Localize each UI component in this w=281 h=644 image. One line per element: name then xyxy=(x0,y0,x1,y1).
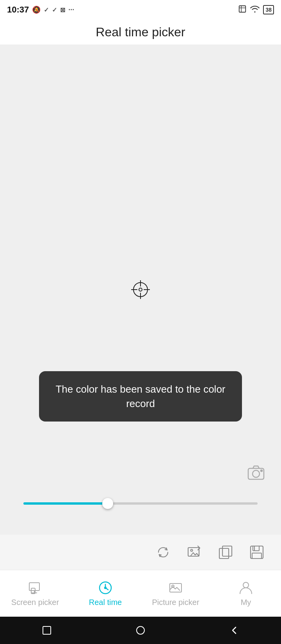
nav-item-my[interactable]: My xyxy=(215,580,277,607)
toast-message: The color has been saved to the color re… xyxy=(39,371,242,422)
status-right: 38 xyxy=(238,5,274,15)
screenshot-icon: ⊠ xyxy=(60,6,65,14)
svg-point-11 xyxy=(261,470,262,471)
svg-rect-17 xyxy=(253,546,259,551)
svg-point-32 xyxy=(137,626,144,634)
real-time-clock-icon xyxy=(98,580,113,596)
silent-icon: 🔕 xyxy=(32,5,41,14)
time: 10:37 xyxy=(7,5,29,15)
svg-rect-18 xyxy=(252,553,261,559)
svg-point-13 xyxy=(191,550,193,551)
camera-view: The color has been saved to the color re… xyxy=(0,44,281,535)
screen-picker-label: Screen picker xyxy=(11,598,59,607)
bottom-navigation: Screen picker Real time Picture picker xyxy=(0,570,281,617)
system-nav-bar xyxy=(0,617,281,644)
svg-rect-12 xyxy=(188,548,199,556)
sys-nav-home[interactable] xyxy=(133,623,148,638)
action-toolbar xyxy=(0,535,281,570)
page-title: Real time picker xyxy=(96,25,185,39)
crosshair-icon xyxy=(130,279,151,300)
wifi-icon xyxy=(250,5,260,15)
my-label: My xyxy=(241,598,251,607)
slider-fill xyxy=(23,502,108,505)
nav-item-screen-picker[interactable]: Screen picker xyxy=(4,580,66,607)
svg-rect-31 xyxy=(43,626,51,634)
nav-item-real-time[interactable]: Real time xyxy=(74,580,137,607)
check-icon-1: ✓ xyxy=(44,6,49,14)
svg-rect-15 xyxy=(222,546,232,556)
real-time-label: Real time xyxy=(89,598,122,607)
slider-thumb[interactable] xyxy=(102,498,113,509)
rotate-button[interactable] xyxy=(153,542,173,562)
svg-point-30 xyxy=(243,582,249,588)
svg-point-10 xyxy=(253,470,260,477)
check-icon-2: ✓ xyxy=(52,6,57,14)
alarm-icon xyxy=(238,5,247,15)
app-header: Real time picker xyxy=(0,20,281,44)
nav-item-picture-picker[interactable]: Picture picker xyxy=(144,580,207,607)
sys-nav-square[interactable] xyxy=(39,623,55,638)
status-left: 10:37 🔕 ✓ ✓ ⊠ ··· xyxy=(7,5,74,15)
more-icon: ··· xyxy=(68,6,74,14)
svg-point-4 xyxy=(139,288,142,291)
picture-picker-label: Picture picker xyxy=(152,598,199,607)
share-image-button[interactable] xyxy=(184,542,205,562)
battery: 38 xyxy=(263,5,274,14)
zoom-slider[interactable] xyxy=(23,496,258,511)
svg-rect-14 xyxy=(219,548,229,559)
save-button[interactable] xyxy=(247,542,267,562)
svg-rect-20 xyxy=(29,583,39,591)
my-profile-icon xyxy=(238,580,254,596)
copy-button[interactable] xyxy=(215,542,236,562)
camera-button[interactable] xyxy=(245,462,267,484)
picture-picker-icon xyxy=(168,580,183,596)
sys-nav-back[interactable] xyxy=(226,623,242,638)
status-bar: 10:37 🔕 ✓ ✓ ⊠ ··· 38 xyxy=(0,0,281,20)
screen-picker-icon xyxy=(27,580,43,596)
svg-rect-0 xyxy=(239,6,246,12)
slider-track xyxy=(23,502,258,505)
svg-point-27 xyxy=(105,587,106,589)
